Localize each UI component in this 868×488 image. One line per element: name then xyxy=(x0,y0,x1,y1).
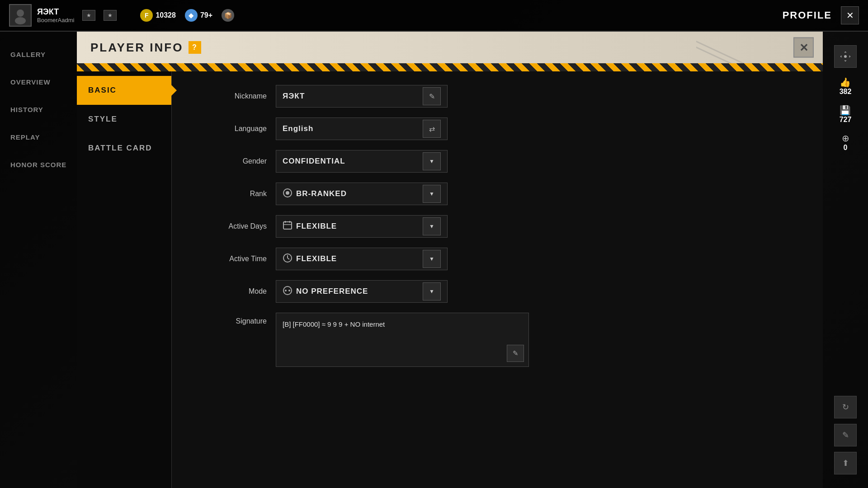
svg-point-13 xyxy=(283,286,292,295)
currency-section: F 10328 ◆ 79+ 📦 xyxy=(140,9,234,22)
active-days-dropdown-arrow[interactable]: ▼ xyxy=(423,217,441,235)
nickname-label: Nickname xyxy=(194,92,267,100)
rank-row: Rank BR-RANKED ▼ xyxy=(194,183,800,205)
rank-left-icon xyxy=(283,188,292,200)
active-time-field[interactable]: FLEXIBLE ▼ xyxy=(276,248,448,270)
player-name-block: ЯЭКТ BoomerAadmi xyxy=(37,7,74,23)
active-time-label: Active Time xyxy=(194,255,267,263)
profile-label: PROFILE xyxy=(783,9,832,21)
active-time-value: FLEXIBLE xyxy=(296,254,423,263)
saves-count: 727 xyxy=(840,116,852,124)
top-bar-right: PROFILE ✕ xyxy=(783,6,859,24)
tab-sidebar: BASIC STYLE BATTLE CARD xyxy=(77,71,172,488)
likes-stat: 👍 382 xyxy=(840,77,852,96)
sidebar-item-replay[interactable]: REPLAY xyxy=(0,123,77,151)
likes-count: 382 xyxy=(840,88,852,96)
rank-value: BR-RANKED xyxy=(296,189,423,198)
sidebar-item-overview[interactable]: OVERVIEW xyxy=(0,68,77,96)
modal-body: BASIC STYLE BATTLE CARD Nickname ЯЭКТ ✎ … xyxy=(77,71,823,488)
gold-currency: F 10328 xyxy=(140,9,176,22)
svg-point-1 xyxy=(17,9,24,17)
rank-dropdown-arrow[interactable]: ▼ xyxy=(423,185,441,203)
mode-field[interactable]: NO PREFERENCE ▼ xyxy=(276,280,448,303)
chest-icon: 📦 xyxy=(222,9,234,22)
avatar xyxy=(9,4,32,27)
active-days-row: Active Days FLEXIBLE ▼ xyxy=(194,215,800,238)
stripe-bar xyxy=(77,63,823,71)
active-days-label: Active Days xyxy=(194,222,267,230)
gold-icon: F xyxy=(140,9,153,22)
help-badge[interactable]: ? xyxy=(189,41,201,54)
active-days-value: FLEXIBLE xyxy=(296,222,423,231)
tab-basic[interactable]: BASIC xyxy=(77,76,171,105)
refresh-button[interactable]: ↻ xyxy=(834,396,857,418)
rank-field[interactable]: BR-RANKED ▼ xyxy=(276,183,448,205)
language-value: English xyxy=(283,124,423,133)
share-button[interactable]: ⬆ xyxy=(834,452,857,474)
modal-header: PLAYER INFO ? ✕ xyxy=(77,32,823,63)
edit-button[interactable]: ✎ xyxy=(834,424,857,446)
mode-row: Mode NO PREFERENCE ▼ xyxy=(194,280,800,303)
top-bar: ЯЭКТ BoomerAadmi ★ ★ F 10328 ◆ 79+ 📦 PRO… xyxy=(0,0,868,32)
signature-label: Signature xyxy=(194,313,267,325)
header-decoration xyxy=(696,32,787,63)
left-sidebar: GALLERY OVERVIEW HISTORY REPLAY HONOR SC… xyxy=(0,32,77,488)
zero-stat: ⊕ 0 xyxy=(842,133,849,152)
saves-stat: 💾 727 xyxy=(840,105,852,124)
gender-row: Gender CONFIDENTIAL ▼ xyxy=(194,150,800,173)
active-days-field[interactable]: FLEXIBLE ▼ xyxy=(276,215,448,238)
active-time-left-icon xyxy=(283,253,292,265)
mode-dropdown-arrow[interactable]: ▼ xyxy=(423,282,441,300)
svg-point-15 xyxy=(288,290,290,291)
player-username: ЯЭКТ xyxy=(37,7,74,17)
svg-point-5 xyxy=(286,191,289,195)
signature-field[interactable]: [B] [FF0000] ≈ 9 9 9 + NO internet ✎ xyxy=(276,313,529,367)
mode-left-icon xyxy=(283,286,292,298)
form-area: Nickname ЯЭКТ ✎ Language English ⇄ Gende… xyxy=(172,71,823,488)
active-days-left-icon xyxy=(283,221,292,233)
player-info-modal: PLAYER INFO ? ✕ BASIC STYLE BATTLE CARD xyxy=(77,32,823,488)
svg-line-12 xyxy=(288,258,289,259)
rank-badge: ★ xyxy=(82,10,95,21)
right-panel: 👍 382 💾 727 ⊕ 0 ↻ ✎ ⬆ xyxy=(823,32,868,488)
modal-close-button[interactable]: ✕ xyxy=(793,38,814,58)
language-switch-icon[interactable]: ⇄ xyxy=(423,120,441,138)
nickname-row: Nickname ЯЭКТ ✎ xyxy=(194,85,800,108)
active-time-dropdown-arrow[interactable]: ▼ xyxy=(423,250,441,268)
top-close-button[interactable]: ✕ xyxy=(841,6,859,24)
gender-field[interactable]: CONFIDENTIAL ▼ xyxy=(276,150,448,173)
language-label: Language xyxy=(194,125,267,133)
settings-button[interactable] xyxy=(834,45,857,68)
tab-battle-card[interactable]: BATTLE CARD xyxy=(77,134,171,163)
chest-currency: 📦 xyxy=(222,9,234,22)
modal-title: PLAYER INFO ? xyxy=(90,41,201,55)
signature-edit-button[interactable]: ✎ xyxy=(507,345,524,362)
mode-label: Mode xyxy=(194,287,267,296)
player-displayname: BoomerAadmi xyxy=(37,17,74,23)
nickname-edit-icon[interactable]: ✎ xyxy=(423,87,441,105)
gold-amount: 10328 xyxy=(156,11,176,19)
svg-point-2 xyxy=(15,17,26,24)
signature-row: Signature [B] [FF0000] ≈ 9 9 9 + NO inte… xyxy=(194,313,800,367)
language-row: Language English ⇄ xyxy=(194,117,800,140)
zero-count: 0 xyxy=(842,144,849,152)
diamond-icon: ◆ xyxy=(185,9,198,22)
gender-label: Gender xyxy=(194,157,267,165)
diamond-currency: ◆ 79+ xyxy=(185,9,212,22)
gender-value: CONFIDENTIAL xyxy=(283,157,423,166)
rank-label: Rank xyxy=(194,190,267,198)
mode-value: NO PREFERENCE xyxy=(296,287,423,296)
nickname-field: ЯЭКТ ✎ xyxy=(276,85,448,108)
rank-badge2: ★ xyxy=(104,10,117,21)
svg-point-14 xyxy=(285,290,287,291)
signature-value: [B] [FF0000] ≈ 9 9 9 + NO internet xyxy=(283,320,385,328)
sidebar-item-gallery[interactable]: GALLERY xyxy=(0,41,77,68)
sidebar-item-honor-score[interactable]: HONOR SCORE xyxy=(0,151,77,178)
tab-style[interactable]: STYLE xyxy=(77,105,171,134)
svg-point-3 xyxy=(844,55,847,58)
sidebar-item-history[interactable]: HISTORY xyxy=(0,96,77,123)
svg-rect-6 xyxy=(283,222,292,229)
language-field: English ⇄ xyxy=(276,117,448,140)
gender-dropdown-arrow[interactable]: ▼ xyxy=(423,152,441,170)
player-info-section: ЯЭКТ BoomerAadmi ★ ★ F 10328 ◆ 79+ 📦 xyxy=(9,4,234,27)
